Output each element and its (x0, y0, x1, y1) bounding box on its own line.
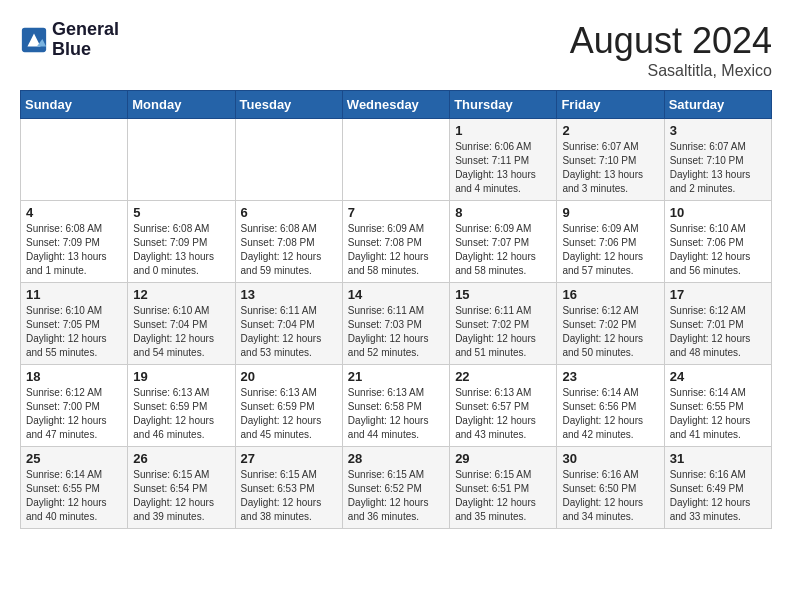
day-content: Sunrise: 6:09 AM Sunset: 7:06 PM Dayligh… (562, 222, 658, 278)
calendar-cell (128, 119, 235, 201)
calendar-cell: 15Sunrise: 6:11 AM Sunset: 7:02 PM Dayli… (450, 283, 557, 365)
day-number: 15 (455, 287, 551, 302)
calendar-cell: 13Sunrise: 6:11 AM Sunset: 7:04 PM Dayli… (235, 283, 342, 365)
day-content: Sunrise: 6:08 AM Sunset: 7:09 PM Dayligh… (26, 222, 122, 278)
day-number: 5 (133, 205, 229, 220)
calendar-cell (235, 119, 342, 201)
day-number: 24 (670, 369, 766, 384)
logo-icon (20, 26, 48, 54)
day-content: Sunrise: 6:14 AM Sunset: 6:56 PM Dayligh… (562, 386, 658, 442)
day-content: Sunrise: 6:15 AM Sunset: 6:53 PM Dayligh… (241, 468, 337, 524)
calendar-cell: 29Sunrise: 6:15 AM Sunset: 6:51 PM Dayli… (450, 447, 557, 529)
day-content: Sunrise: 6:10 AM Sunset: 7:06 PM Dayligh… (670, 222, 766, 278)
calendar-cell: 12Sunrise: 6:10 AM Sunset: 7:04 PM Dayli… (128, 283, 235, 365)
day-header-saturday: Saturday (664, 91, 771, 119)
day-number: 25 (26, 451, 122, 466)
day-header-thursday: Thursday (450, 91, 557, 119)
day-content: Sunrise: 6:13 AM Sunset: 6:58 PM Dayligh… (348, 386, 444, 442)
day-number: 10 (670, 205, 766, 220)
calendar-cell: 9Sunrise: 6:09 AM Sunset: 7:06 PM Daylig… (557, 201, 664, 283)
calendar-cell: 30Sunrise: 6:16 AM Sunset: 6:50 PM Dayli… (557, 447, 664, 529)
day-content: Sunrise: 6:15 AM Sunset: 6:54 PM Dayligh… (133, 468, 229, 524)
calendar-header-row: SundayMondayTuesdayWednesdayThursdayFrid… (21, 91, 772, 119)
day-content: Sunrise: 6:08 AM Sunset: 7:08 PM Dayligh… (241, 222, 337, 278)
day-content: Sunrise: 6:11 AM Sunset: 7:03 PM Dayligh… (348, 304, 444, 360)
page-header: General Blue August 2024 Sasaltitla, Mex… (20, 20, 772, 80)
day-number: 27 (241, 451, 337, 466)
calendar-cell: 19Sunrise: 6:13 AM Sunset: 6:59 PM Dayli… (128, 365, 235, 447)
calendar-cell: 11Sunrise: 6:10 AM Sunset: 7:05 PM Dayli… (21, 283, 128, 365)
day-number: 30 (562, 451, 658, 466)
day-number: 29 (455, 451, 551, 466)
day-number: 16 (562, 287, 658, 302)
day-header-monday: Monday (128, 91, 235, 119)
calendar-cell: 3Sunrise: 6:07 AM Sunset: 7:10 PM Daylig… (664, 119, 771, 201)
day-content: Sunrise: 6:13 AM Sunset: 6:59 PM Dayligh… (241, 386, 337, 442)
day-content: Sunrise: 6:07 AM Sunset: 7:10 PM Dayligh… (670, 140, 766, 196)
calendar-cell: 8Sunrise: 6:09 AM Sunset: 7:07 PM Daylig… (450, 201, 557, 283)
day-number: 4 (26, 205, 122, 220)
day-content: Sunrise: 6:12 AM Sunset: 7:01 PM Dayligh… (670, 304, 766, 360)
day-content: Sunrise: 6:12 AM Sunset: 7:02 PM Dayligh… (562, 304, 658, 360)
day-number: 31 (670, 451, 766, 466)
day-number: 8 (455, 205, 551, 220)
day-number: 6 (241, 205, 337, 220)
day-content: Sunrise: 6:10 AM Sunset: 7:05 PM Dayligh… (26, 304, 122, 360)
day-content: Sunrise: 6:16 AM Sunset: 6:49 PM Dayligh… (670, 468, 766, 524)
calendar-cell: 28Sunrise: 6:15 AM Sunset: 6:52 PM Dayli… (342, 447, 449, 529)
day-header-wednesday: Wednesday (342, 91, 449, 119)
day-number: 12 (133, 287, 229, 302)
day-number: 22 (455, 369, 551, 384)
day-content: Sunrise: 6:14 AM Sunset: 6:55 PM Dayligh… (670, 386, 766, 442)
day-number: 13 (241, 287, 337, 302)
day-content: Sunrise: 6:15 AM Sunset: 6:51 PM Dayligh… (455, 468, 551, 524)
day-number: 26 (133, 451, 229, 466)
calendar-cell: 27Sunrise: 6:15 AM Sunset: 6:53 PM Dayli… (235, 447, 342, 529)
logo: General Blue (20, 20, 119, 60)
logo-line2: Blue (52, 40, 119, 60)
day-number: 28 (348, 451, 444, 466)
calendar-cell: 2Sunrise: 6:07 AM Sunset: 7:10 PM Daylig… (557, 119, 664, 201)
day-content: Sunrise: 6:07 AM Sunset: 7:10 PM Dayligh… (562, 140, 658, 196)
day-number: 18 (26, 369, 122, 384)
calendar-cell: 10Sunrise: 6:10 AM Sunset: 7:06 PM Dayli… (664, 201, 771, 283)
day-number: 9 (562, 205, 658, 220)
day-header-sunday: Sunday (21, 91, 128, 119)
calendar-week-row: 25Sunrise: 6:14 AM Sunset: 6:55 PM Dayli… (21, 447, 772, 529)
title-area: August 2024 Sasaltitla, Mexico (570, 20, 772, 80)
calendar-cell (342, 119, 449, 201)
calendar-cell: 25Sunrise: 6:14 AM Sunset: 6:55 PM Dayli… (21, 447, 128, 529)
day-content: Sunrise: 6:10 AM Sunset: 7:04 PM Dayligh… (133, 304, 229, 360)
day-number: 14 (348, 287, 444, 302)
calendar-cell: 16Sunrise: 6:12 AM Sunset: 7:02 PM Dayli… (557, 283, 664, 365)
calendar-cell: 26Sunrise: 6:15 AM Sunset: 6:54 PM Dayli… (128, 447, 235, 529)
day-number: 17 (670, 287, 766, 302)
calendar-week-row: 4Sunrise: 6:08 AM Sunset: 7:09 PM Daylig… (21, 201, 772, 283)
calendar-week-row: 11Sunrise: 6:10 AM Sunset: 7:05 PM Dayli… (21, 283, 772, 365)
calendar-cell: 24Sunrise: 6:14 AM Sunset: 6:55 PM Dayli… (664, 365, 771, 447)
day-content: Sunrise: 6:13 AM Sunset: 6:57 PM Dayligh… (455, 386, 551, 442)
day-number: 1 (455, 123, 551, 138)
calendar-cell: 23Sunrise: 6:14 AM Sunset: 6:56 PM Dayli… (557, 365, 664, 447)
calendar-cell: 17Sunrise: 6:12 AM Sunset: 7:01 PM Dayli… (664, 283, 771, 365)
calendar-cell: 4Sunrise: 6:08 AM Sunset: 7:09 PM Daylig… (21, 201, 128, 283)
calendar-cell: 14Sunrise: 6:11 AM Sunset: 7:03 PM Dayli… (342, 283, 449, 365)
day-number: 3 (670, 123, 766, 138)
day-content: Sunrise: 6:11 AM Sunset: 7:04 PM Dayligh… (241, 304, 337, 360)
day-content: Sunrise: 6:09 AM Sunset: 7:08 PM Dayligh… (348, 222, 444, 278)
month-title: August 2024 (570, 20, 772, 62)
day-number: 7 (348, 205, 444, 220)
day-content: Sunrise: 6:09 AM Sunset: 7:07 PM Dayligh… (455, 222, 551, 278)
calendar-cell: 6Sunrise: 6:08 AM Sunset: 7:08 PM Daylig… (235, 201, 342, 283)
day-content: Sunrise: 6:15 AM Sunset: 6:52 PM Dayligh… (348, 468, 444, 524)
calendar-week-row: 1Sunrise: 6:06 AM Sunset: 7:11 PM Daylig… (21, 119, 772, 201)
day-header-friday: Friday (557, 91, 664, 119)
calendar-cell: 22Sunrise: 6:13 AM Sunset: 6:57 PM Dayli… (450, 365, 557, 447)
calendar-cell: 7Sunrise: 6:09 AM Sunset: 7:08 PM Daylig… (342, 201, 449, 283)
day-number: 19 (133, 369, 229, 384)
day-content: Sunrise: 6:08 AM Sunset: 7:09 PM Dayligh… (133, 222, 229, 278)
day-content: Sunrise: 6:14 AM Sunset: 6:55 PM Dayligh… (26, 468, 122, 524)
calendar-week-row: 18Sunrise: 6:12 AM Sunset: 7:00 PM Dayli… (21, 365, 772, 447)
calendar-cell: 5Sunrise: 6:08 AM Sunset: 7:09 PM Daylig… (128, 201, 235, 283)
day-content: Sunrise: 6:13 AM Sunset: 6:59 PM Dayligh… (133, 386, 229, 442)
